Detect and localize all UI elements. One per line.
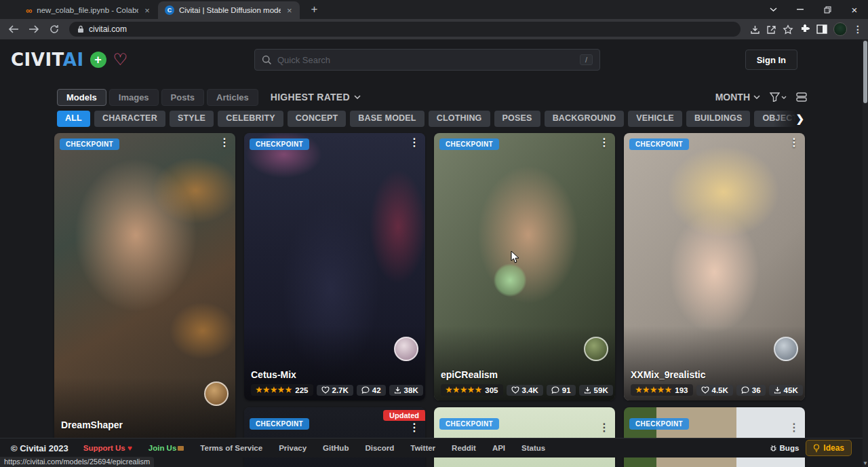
footer-link-privacy[interactable]: Privacy [279, 444, 307, 452]
category-background[interactable]: BACKGROUND [545, 111, 625, 127]
checkpoint-badge: CHECKPOINT [439, 138, 499, 150]
footer-link-reddit[interactable]: Reddit [452, 444, 476, 452]
forward-button-icon[interactable] [26, 21, 42, 37]
category-vehicle[interactable]: VEHICLE [628, 111, 682, 127]
extensions-puzzle-icon[interactable] [800, 24, 810, 35]
card-menu-kebab-icon[interactable]: ⋮ [409, 422, 420, 433]
model-card-partial-1[interactable]: Updated CHECKPOINT ⋮ [244, 407, 425, 467]
ideas-button[interactable]: Ideas [806, 440, 852, 456]
tab-posts[interactable]: Posts [161, 89, 204, 106]
model-card-partial-3[interactable]: CHECKPOINT ⋮ [624, 407, 805, 467]
category-clothing[interactable]: CLOTHING [429, 111, 490, 127]
rating-count: 225 [295, 386, 308, 394]
footer-link-support-us[interactable]: Support Us ♥ [83, 444, 132, 452]
card-menu-kebab-icon[interactable]: ⋮ [409, 137, 420, 148]
footer-link-status[interactable]: Status [521, 444, 545, 452]
tab-close-icon[interactable]: × [143, 5, 151, 16]
downloads-pill[interactable]: 38K [389, 385, 423, 396]
reload-button-icon[interactable] [46, 21, 62, 37]
comments-pill[interactable]: 36 [736, 385, 766, 396]
browser-menu-kebab-icon[interactable]: ⋮ [853, 24, 863, 35]
model-card-cetus-mix[interactable]: CHECKPOINT ⋮ Cetus-Mix ★★★★★225 2.7K 42 … [244, 133, 425, 400]
footer-link-api[interactable]: API [492, 444, 505, 452]
rating-pill[interactable]: ★★★★★193 [631, 384, 693, 396]
restore-button[interactable] [814, 0, 841, 19]
page-scrollbar[interactable]: ▼ [863, 39, 868, 467]
creator-avatar[interactable] [584, 337, 608, 361]
address-bar[interactable]: civitai.com [69, 22, 741, 37]
tab-images[interactable]: Images [109, 89, 159, 106]
share-icon[interactable] [766, 24, 776, 35]
likes-pill[interactable]: 3.4K [507, 385, 543, 396]
footer-link-terms[interactable]: Terms of Service [200, 444, 262, 452]
list-layout-icon [796, 92, 807, 102]
tab-articles[interactable]: Articles [207, 89, 258, 106]
category-celebrity[interactable]: CELEBRITY [218, 111, 283, 127]
checkpoint-badge: CHECKPOINT [250, 418, 309, 430]
likes-pill[interactable]: 2.7K [317, 385, 353, 396]
likes-pill[interactable]: 4.5K [696, 385, 733, 396]
filter-dropdown[interactable] [770, 92, 787, 102]
category-base-model[interactable]: BASE MODEL [350, 111, 424, 127]
search-input[interactable] [277, 55, 580, 65]
layout-toggle-button[interactable] [796, 92, 807, 102]
create-plus-button[interactable]: + [90, 52, 106, 68]
downloads-pill[interactable]: 45K [769, 385, 803, 396]
scrollbar-thumb[interactable] [863, 41, 867, 103]
footer-link-github[interactable]: GitHub [323, 444, 349, 452]
close-window-button[interactable]: × [841, 0, 868, 19]
category-character[interactable]: CHARACTER [94, 111, 165, 127]
bookmark-star-icon[interactable] [783, 24, 793, 35]
star-icons: ★★★★★ [256, 386, 292, 394]
search-bar[interactable]: / [254, 49, 600, 71]
footer-link-twitter[interactable]: Twitter [410, 444, 435, 452]
side-panel-icon[interactable] [816, 24, 827, 34]
new-tab-button[interactable]: + [307, 3, 321, 16]
comments-pill[interactable]: 42 [357, 385, 386, 396]
model-card-epicrealism[interactable]: CHECKPOINT ⋮ epiCRealism ★★★★★305 3.4K 9… [434, 133, 615, 400]
tab-models[interactable]: Models [57, 89, 106, 106]
downloads-pill[interactable]: 59K [579, 385, 613, 396]
updated-badge: Updated [383, 410, 425, 421]
rating-pill[interactable]: ★★★★★225 [251, 384, 313, 396]
rating-pill[interactable]: ★★★★★305 [441, 384, 503, 396]
category-concept[interactable]: CONCEPT [288, 111, 347, 127]
tab-close-icon[interactable]: × [285, 5, 294, 16]
creator-avatar[interactable] [204, 381, 229, 406]
checkpoint-badge: CHECKPOINT [250, 138, 309, 150]
comments-pill[interactable]: 91 [547, 385, 576, 396]
period-dropdown[interactable]: MONTH [715, 92, 760, 102]
download-icon[interactable] [750, 24, 760, 35]
category-buildings[interactable]: BUILDINGS [686, 111, 751, 127]
creator-avatar[interactable] [774, 337, 798, 361]
download-icon [584, 386, 591, 394]
card-menu-kebab-icon[interactable]: ⋮ [789, 422, 800, 433]
sort-dropdown[interactable]: HIGHEST RATED [271, 92, 361, 102]
category-all[interactable]: ALL [57, 111, 90, 127]
model-card-xxmix-9realistic[interactable]: CHECKPOINT ⋮ XXMix_9realistic ★★★★★193 4… [624, 133, 805, 400]
card-menu-kebab-icon[interactable]: ⋮ [599, 422, 610, 433]
card-menu-kebab-icon[interactable]: ⋮ [599, 137, 610, 148]
card-menu-kebab-icon[interactable]: ⋮ [219, 137, 230, 148]
back-button-icon[interactable] [5, 21, 22, 37]
model-card-dreamshaper[interactable]: CHECKPOINT ⋮ DreamShaper [54, 133, 235, 452]
minimize-button[interactable] [787, 0, 814, 19]
support-heart-icon[interactable]: ♡ [113, 52, 128, 68]
profile-avatar[interactable] [833, 22, 847, 36]
card-menu-kebab-icon[interactable]: ⋮ [789, 137, 800, 148]
footer-link-join-us[interactable]: Join Us [149, 444, 184, 452]
sign-in-button[interactable]: Sign In [745, 50, 797, 70]
creator-avatar[interactable] [394, 337, 418, 361]
url-text: civitai.com [89, 24, 127, 34]
browser-tab-civitai[interactable]: C Civitai | Stable Diffusion models, × [158, 1, 300, 19]
bugs-button[interactable]: Bugs [770, 444, 800, 452]
scrollbar-down-arrow-icon[interactable]: ▼ [863, 460, 868, 466]
category-scroll-right[interactable]: ❯ [773, 109, 806, 129]
browser-tab-colab[interactable]: ∞ new_colab_file.ipynb - Colaborat × [19, 1, 158, 19]
category-style[interactable]: STYLE [170, 111, 214, 127]
footer-link-discord[interactable]: Discord [365, 444, 394, 452]
civitai-logo[interactable]: CIVITAI [11, 50, 84, 70]
category-poses[interactable]: POSES [494, 111, 540, 127]
model-card-partial-2[interactable]: CHECKPOINT ⋮ [434, 407, 615, 467]
tab-search-chevron-icon[interactable] [760, 0, 787, 19]
